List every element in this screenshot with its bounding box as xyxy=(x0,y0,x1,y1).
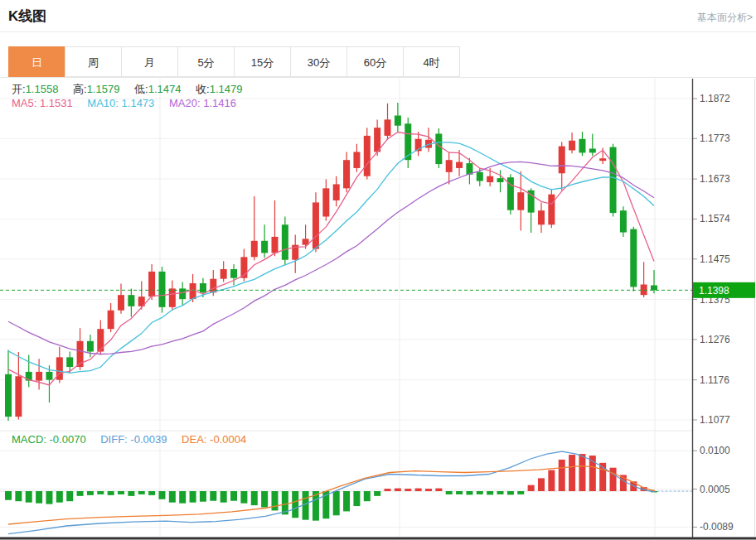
macd-bar xyxy=(87,491,94,495)
macd-bar xyxy=(56,491,63,503)
macd-readout: MACD: -0.0070 DIFF: -0.0039 DEA: -0.0004 xyxy=(12,433,258,446)
macd-bar xyxy=(97,491,104,494)
macd-bar xyxy=(169,491,176,503)
close-value: 1.1479 xyxy=(210,83,243,95)
candle-body xyxy=(36,372,42,381)
candle-body xyxy=(343,160,350,188)
candle-body xyxy=(517,192,524,210)
tab-month[interactable]: 月 xyxy=(121,46,178,77)
macd-bar xyxy=(446,491,453,494)
macd-bar xyxy=(538,478,545,491)
macd-bar xyxy=(190,491,196,503)
price-tick-label: 1.1773 xyxy=(700,133,730,144)
ma5-line xyxy=(8,133,654,385)
macd-bar xyxy=(425,489,432,491)
candle-body xyxy=(322,188,329,216)
period-tabbar: 日 周 月 5分 15分 30分 60分 4时 xyxy=(8,46,460,77)
macd-bar xyxy=(118,491,124,494)
candle-body xyxy=(589,149,596,153)
price-tick-label: 1.1176 xyxy=(700,374,729,386)
candle-body xyxy=(385,119,391,136)
candle-body xyxy=(5,374,12,417)
macd-bar xyxy=(108,491,114,495)
candle-body xyxy=(477,172,483,181)
price-tick-label: 1.1574 xyxy=(700,213,730,224)
macd-bar xyxy=(179,491,186,504)
ma10-readout: MA10: 1.1473 xyxy=(87,97,154,109)
candle-body xyxy=(548,195,555,225)
macd-bar xyxy=(364,491,371,501)
macd-bar xyxy=(353,491,360,506)
tab-15min[interactable]: 15分 xyxy=(234,46,291,77)
candle-body xyxy=(538,210,545,224)
macd-bar xyxy=(517,491,524,494)
dea-line xyxy=(8,466,655,524)
kline-chart[interactable]: 1.18721.17731.16731.15741.14751.13751.12… xyxy=(0,0,756,540)
tab-4hour[interactable]: 4时 xyxy=(403,46,460,77)
tab-5min[interactable]: 5分 xyxy=(177,46,235,77)
price-tick-label: 1.1673 xyxy=(700,173,730,185)
macd-bar xyxy=(158,491,165,499)
open-value: 1.1558 xyxy=(26,83,59,95)
candle-body xyxy=(66,357,73,367)
ma20-readout: MA20: 1.1416 xyxy=(169,97,236,109)
ma20-line xyxy=(8,162,654,354)
low-label: 低: xyxy=(134,83,148,95)
macd-bar xyxy=(405,489,411,491)
candle-body xyxy=(446,160,453,172)
tab-30min[interactable]: 30分 xyxy=(290,46,347,77)
macd-bar xyxy=(251,491,258,505)
candle-body xyxy=(220,269,227,279)
candle-body xyxy=(87,341,94,352)
candle-body xyxy=(282,224,288,259)
tab-week[interactable]: 周 xyxy=(65,46,122,77)
price-tick-label: 1.1475 xyxy=(700,253,730,265)
macd-bar xyxy=(385,489,391,491)
macd-bar xyxy=(15,491,22,501)
macd-bar xyxy=(435,489,442,491)
high-label: 高: xyxy=(73,83,87,95)
candle-body xyxy=(251,241,258,258)
macd-bar xyxy=(528,485,535,491)
macd-bar xyxy=(477,491,483,494)
macd-bar xyxy=(292,491,298,518)
ma5-readout: MA5: 1.1531 xyxy=(12,97,73,109)
macd-bar xyxy=(579,454,585,491)
macd-tick-label: -0.0089 xyxy=(700,521,734,533)
candle-body xyxy=(651,285,657,290)
macd-tick-label: 0.0005 xyxy=(700,484,730,495)
candle-body xyxy=(271,237,278,253)
macd-bar xyxy=(261,491,268,508)
macd-bar xyxy=(77,491,84,496)
macd-bar xyxy=(36,491,42,504)
candle-body xyxy=(364,136,371,176)
macd-bar xyxy=(569,455,575,491)
price-tick-label: 1.1077 xyxy=(700,414,730,426)
macd-bar xyxy=(395,489,401,491)
macd-bar xyxy=(559,460,565,491)
current-price-badge-label: 1.1398 xyxy=(699,285,729,297)
ma10-line xyxy=(8,142,654,374)
candle-body xyxy=(158,272,165,307)
macd-bar xyxy=(46,491,52,504)
macd-bar xyxy=(271,491,278,510)
candle-body xyxy=(599,158,606,161)
macd-bar xyxy=(26,491,32,503)
candle-body xyxy=(46,372,52,380)
tab-60min[interactable]: 60分 xyxy=(346,46,404,77)
macd-bar xyxy=(343,491,350,511)
open-label: 开: xyxy=(12,83,26,95)
bottom-border xyxy=(0,538,756,540)
candle-body xyxy=(353,152,360,168)
candle-body xyxy=(230,269,237,278)
macd-bar xyxy=(333,491,340,515)
price-tick-label: 1.1872 xyxy=(700,93,730,104)
macd-bar xyxy=(200,491,206,502)
macd-value-readout: MACD: -0.0070 xyxy=(12,433,86,446)
tab-day[interactable]: 日 xyxy=(8,46,65,77)
dea-value-readout: DEA: -0.0004 xyxy=(182,433,246,446)
candle-body xyxy=(569,141,575,151)
candle-body xyxy=(610,147,617,214)
macd-bar xyxy=(240,491,247,504)
macd-bar xyxy=(210,491,216,501)
